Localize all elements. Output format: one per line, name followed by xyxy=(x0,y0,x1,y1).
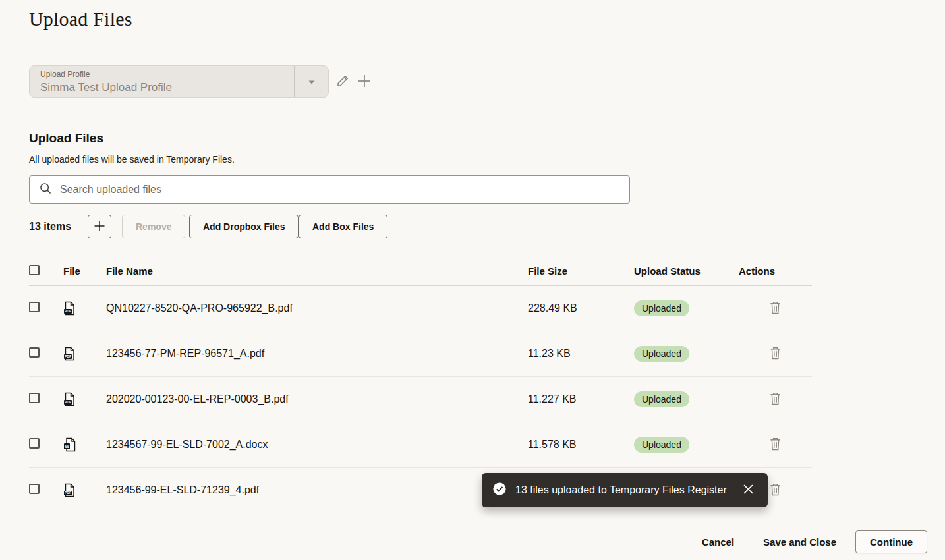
svg-text:W: W xyxy=(65,444,69,449)
trash-icon xyxy=(769,482,782,498)
file-size: 11.578 KB xyxy=(528,439,634,451)
file-name: 123456-77-PM-REP-96571_A.pdf xyxy=(106,348,528,360)
add-dropbox-files-button[interactable]: Add Dropbox Files xyxy=(189,215,299,238)
upload-profile-select[interactable]: Upload Profile Simma Test Upload Profile xyxy=(29,65,329,98)
remove-button[interactable]: Remove xyxy=(122,215,185,238)
add-box-files-button[interactable]: Add Box Files xyxy=(299,215,387,238)
table-row: PDF PDF 202020-00123-00-EL-REP-0003_B.pd… xyxy=(29,377,812,422)
file-size: 11.227 KB xyxy=(528,393,634,405)
add-profile-button[interactable] xyxy=(355,72,374,91)
svg-text:PDF: PDF xyxy=(65,354,71,358)
status-badge: Uploaded xyxy=(634,391,689,407)
delete-file-button[interactable] xyxy=(767,345,784,362)
pdf-file-icon: PDF xyxy=(63,347,106,361)
edit-profile-button[interactable] xyxy=(334,73,351,90)
table-header-row: File File Name File Size Upload Status A… xyxy=(29,257,812,286)
row-checkbox[interactable] xyxy=(29,438,40,449)
toast-message: 13 files uploaded to Temporary Files Reg… xyxy=(515,484,735,496)
upload-profile-value: Simma Test Upload Profile xyxy=(40,80,294,95)
column-header-file: File xyxy=(63,266,106,277)
column-header-upload-status: Upload Status xyxy=(634,266,739,277)
pdf-file-icon: PDF xyxy=(63,301,106,316)
add-files-button[interactable] xyxy=(88,215,111,238)
word-file-icon: W xyxy=(63,437,106,452)
trash-icon xyxy=(769,346,782,362)
close-icon xyxy=(743,484,753,496)
pdf-file-icon: PDF xyxy=(63,483,106,497)
upload-profile-label: Upload Profile xyxy=(40,70,294,80)
trash-icon xyxy=(769,300,782,316)
pencil-icon xyxy=(335,74,350,90)
plus-icon xyxy=(94,220,105,234)
svg-text:PDF: PDF xyxy=(65,400,71,404)
chevron-down-icon xyxy=(308,76,316,88)
upload-profile-dropdown-button[interactable] xyxy=(294,66,328,97)
search-box xyxy=(29,175,630,204)
footer-actions: Cancel Save and Close Continue xyxy=(701,530,927,553)
row-checkbox[interactable] xyxy=(29,393,40,403)
row-checkbox[interactable] xyxy=(29,347,40,358)
status-badge: Uploaded xyxy=(634,437,689,453)
svg-text:PDF: PDF xyxy=(65,491,71,495)
row-checkbox[interactable] xyxy=(29,484,40,494)
column-header-file-name: File Name xyxy=(106,266,528,277)
delete-file-button[interactable] xyxy=(767,300,784,317)
trash-icon xyxy=(769,437,782,453)
delete-file-button[interactable] xyxy=(767,436,784,453)
svg-text:PDF: PDF xyxy=(65,309,71,313)
toast-notification: 13 files uploaded to Temporary Files Reg… xyxy=(482,473,768,507)
success-check-icon xyxy=(492,482,507,499)
items-count: 13 items xyxy=(29,215,71,238)
file-name: 202020-00123-00-EL-REP-0003_B.pdf xyxy=(106,393,528,405)
upload-profile-field: Upload Profile Simma Test Upload Profile xyxy=(30,66,294,97)
table-row: PDF PDF 123456-77-PM-REP-96571_A.pdf 11.… xyxy=(29,331,812,377)
trash-icon xyxy=(769,391,782,407)
plus-icon xyxy=(357,73,372,91)
save-and-close-button[interactable]: Save and Close xyxy=(762,531,838,553)
delete-file-button[interactable] xyxy=(767,482,784,499)
pdf-file-icon: PDF xyxy=(63,392,106,406)
continue-button[interactable]: Continue xyxy=(855,530,927,553)
section-heading: Upload Files xyxy=(29,131,103,146)
column-header-file-size: File Size xyxy=(528,266,634,277)
file-name: QN10227-8520-QA-PRO-965922_B.pdf xyxy=(106,302,528,314)
file-name: 123456-99-EL-SLD-71239_4.pdf xyxy=(106,484,528,496)
file-name: 1234567-99-EL-SLD-7002_A.docx xyxy=(106,439,528,451)
search-input[interactable] xyxy=(60,184,620,196)
section-subtitle: All uploaded files will be saved in Temp… xyxy=(29,154,235,165)
toast-close-button[interactable] xyxy=(739,481,757,499)
search-icon xyxy=(39,182,52,198)
delete-file-button[interactable] xyxy=(767,391,784,408)
table-row: PDF PDF QN10227-8520-QA-PRO-965922_B.pdf… xyxy=(29,286,812,331)
column-header-actions: Actions xyxy=(739,266,812,277)
page-title: Upload Files xyxy=(29,8,132,30)
status-badge: Uploaded xyxy=(634,346,689,362)
table-row: W W 1234567-99-EL-SLD-7002_A.docx 11.578… xyxy=(29,422,812,468)
file-size: 11.23 KB xyxy=(528,348,634,360)
file-size: 228.49 KB xyxy=(528,302,634,314)
row-checkbox[interactable] xyxy=(29,302,40,312)
select-all-checkbox[interactable] xyxy=(29,265,40,275)
cancel-button[interactable]: Cancel xyxy=(701,531,735,553)
status-badge: Uploaded xyxy=(634,300,689,316)
